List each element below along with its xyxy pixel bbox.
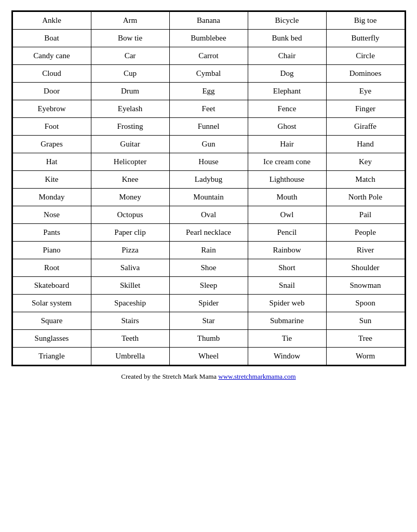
- table-cell: Pencil: [248, 224, 326, 242]
- word-grid: AnkleArmBananaBicycleBig toeBoatBow tieB…: [12, 11, 405, 365]
- table-cell: Butterfly: [326, 30, 405, 47]
- table-cell: Big toe: [326, 12, 405, 30]
- table-cell: Hand: [326, 136, 405, 153]
- footer-text: Created by the Stretch Mark Mama: [121, 373, 218, 380]
- table-cell: Sleep: [169, 277, 248, 295]
- table-cell: Sun: [326, 312, 405, 330]
- table-row: GrapesGuitarGunHairHand: [12, 136, 405, 153]
- table-cell: Skateboard: [12, 277, 91, 295]
- table-cell: Circle: [326, 47, 405, 65]
- table-cell: Eyelash: [91, 100, 169, 118]
- table-row: NoseOctopusOvalOwlPail: [12, 206, 405, 224]
- table-cell: Worm: [326, 348, 405, 365]
- table-row: Candy caneCarCarrotChairCircle: [12, 47, 405, 65]
- table-cell: Triangle: [12, 348, 91, 365]
- table-row: FootFrostingFunnelGhostGiraffe: [12, 118, 405, 136]
- table-row: BoatBow tieBumblebeeBunk bedButterfly: [12, 30, 405, 47]
- table-cell: Arm: [91, 12, 169, 30]
- footer-link[interactable]: www.stretchmarkmama.com: [218, 373, 295, 380]
- table-cell: Gun: [169, 136, 248, 153]
- table-cell: Thumb: [169, 330, 248, 348]
- table-cell: Egg: [169, 83, 248, 100]
- table-cell: Money: [91, 189, 169, 206]
- table-cell: Star: [169, 312, 248, 330]
- table-cell: Candy cane: [12, 47, 91, 65]
- table-cell: Root: [12, 259, 91, 277]
- table-cell: Bow tie: [91, 30, 169, 47]
- table-cell: Kite: [12, 171, 91, 189]
- table-cell: Hair: [248, 136, 326, 153]
- table-cell: House: [169, 153, 248, 171]
- table-cell: Banana: [169, 12, 248, 30]
- table-cell: Bunk bed: [248, 30, 326, 47]
- table-cell: Ladybug: [169, 171, 248, 189]
- table-row: PianoPizzaRainRainbowRiver: [12, 242, 405, 259]
- table-cell: Pail: [326, 206, 405, 224]
- table-cell: Nose: [12, 206, 91, 224]
- table-cell: Dog: [248, 65, 326, 83]
- table-cell: Square: [12, 312, 91, 330]
- table-cell: Eyebrow: [12, 100, 91, 118]
- table-cell: Pizza: [91, 242, 169, 259]
- table-cell: Cymbal: [169, 65, 248, 83]
- table-cell: Wheel: [169, 348, 248, 365]
- table-cell: Ice cream cone: [248, 153, 326, 171]
- table-row: DoorDrumEggElephantEye: [12, 83, 405, 100]
- table-cell: Chair: [248, 47, 326, 65]
- table-cell: Guitar: [91, 136, 169, 153]
- table-cell: Pearl necklace: [169, 224, 248, 242]
- table-row: HatHelicopterHouseIce cream coneKey: [12, 153, 405, 171]
- table-cell: Drum: [91, 83, 169, 100]
- table-cell: Solar system: [12, 295, 91, 312]
- table-cell: Shoulder: [326, 259, 405, 277]
- table-cell: Window: [248, 348, 326, 365]
- table-cell: Mouth: [248, 189, 326, 206]
- table-row: MondayMoneyMountainMouthNorth Pole: [12, 189, 405, 206]
- table-cell: Hat: [12, 153, 91, 171]
- table-cell: Bumblebee: [169, 30, 248, 47]
- table-cell: Snail: [248, 277, 326, 295]
- table-row: EyebrowEyelashFeetFenceFinger: [12, 100, 405, 118]
- table-cell: Spider web: [248, 295, 326, 312]
- table-cell: Rain: [169, 242, 248, 259]
- table-row: SkateboardSkilletSleepSnailSnowman: [12, 277, 405, 295]
- table-cell: Umbrella: [91, 348, 169, 365]
- table-cell: Lighthouse: [248, 171, 326, 189]
- table-row: KiteKneeLadybugLighthouseMatch: [12, 171, 405, 189]
- word-table: AnkleArmBananaBicycleBig toeBoatBow tieB…: [11, 10, 406, 366]
- table-cell: Shoe: [169, 259, 248, 277]
- table-cell: Skillet: [91, 277, 169, 295]
- table-cell: Spoon: [326, 295, 405, 312]
- table-cell: Dominoes: [326, 65, 405, 83]
- table-cell: Mountain: [169, 189, 248, 206]
- table-cell: Monday: [12, 189, 91, 206]
- table-cell: Spaceship: [91, 295, 169, 312]
- table-cell: Car: [91, 47, 169, 65]
- table-row: RootSalivaShoeShortShoulder: [12, 259, 405, 277]
- table-cell: Boat: [12, 30, 91, 47]
- table-cell: Feet: [169, 100, 248, 118]
- table-cell: Giraffe: [326, 118, 405, 136]
- table-cell: Frosting: [91, 118, 169, 136]
- table-cell: Helicopter: [91, 153, 169, 171]
- table-row: Solar systemSpaceshipSpiderSpider webSpo…: [12, 295, 405, 312]
- table-cell: Saliva: [91, 259, 169, 277]
- table-cell: Knee: [91, 171, 169, 189]
- table-row: SquareStairsStarSubmarineSun: [12, 312, 405, 330]
- table-cell: Short: [248, 259, 326, 277]
- table-cell: Ghost: [248, 118, 326, 136]
- table-cell: Ankle: [12, 12, 91, 30]
- table-cell: Stairs: [91, 312, 169, 330]
- table-row: SunglassesTeethThumbTieTree: [12, 330, 405, 348]
- table-cell: Fence: [248, 100, 326, 118]
- table-cell: Carrot: [169, 47, 248, 65]
- table-cell: People: [326, 224, 405, 242]
- table-cell: Teeth: [91, 330, 169, 348]
- table-cell: Door: [12, 83, 91, 100]
- table-cell: Finger: [326, 100, 405, 118]
- table-cell: Cup: [91, 65, 169, 83]
- table-cell: River: [326, 242, 405, 259]
- table-cell: Key: [326, 153, 405, 171]
- table-cell: Rainbow: [248, 242, 326, 259]
- table-cell: Foot: [12, 118, 91, 136]
